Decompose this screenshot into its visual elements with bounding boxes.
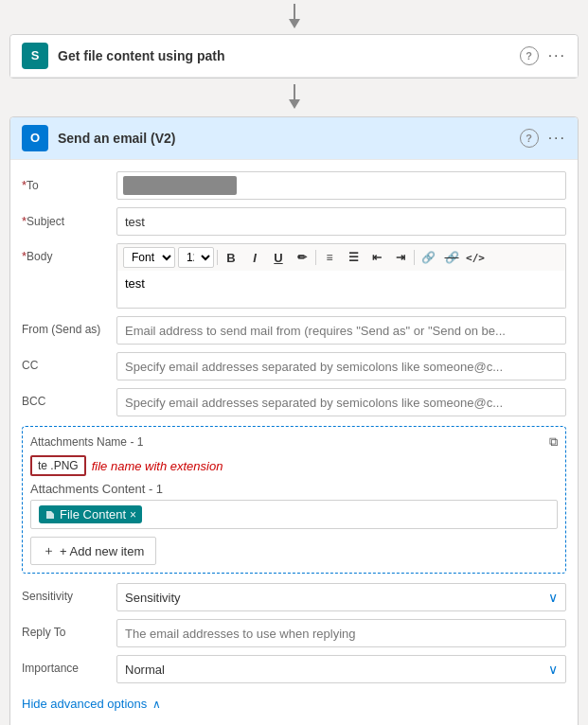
- attach-name-tag: te .PNG: [30, 455, 86, 476]
- to-tag: [123, 176, 237, 195]
- add-item-label: + Add new item: [60, 544, 144, 558]
- body-content[interactable]: test: [116, 271, 566, 309]
- add-item-icon: ＋: [43, 542, 55, 559]
- body-input-container: Font 12 B I U ✏ ≡ ☰ ⇤ ⇥: [116, 243, 566, 309]
- subject-input[interactable]: [116, 207, 566, 236]
- font-color-button[interactable]: ✏: [292, 247, 312, 268]
- from-label: From (Send as): [22, 316, 116, 336]
- sensitivity-value: Sensitivity: [125, 591, 181, 605]
- sensitivity-input-container: Sensitivity ∨: [116, 583, 566, 611]
- step2-header: O Send an email (V2) ? ···: [10, 117, 578, 160]
- svg-text:O: O: [30, 131, 40, 145]
- file-content-close[interactable]: ×: [130, 508, 136, 522]
- unordered-list-button[interactable]: ≡: [319, 247, 340, 268]
- step1-icon: S: [22, 43, 48, 69]
- bcc-input-container: [116, 388, 566, 416]
- email-form: *To *Subject *Body: [10, 160, 578, 725]
- step1-title: Get file content using path: [58, 48, 520, 63]
- to-field[interactable]: [116, 171, 566, 200]
- toolbar-divider1: [217, 250, 218, 265]
- middle-arrow: [0, 79, 588, 116]
- from-input[interactable]: [116, 316, 566, 345]
- step1-header: S Get file content using path ? ···: [10, 35, 578, 78]
- attach-content-header: Attachments Content - 1: [30, 482, 558, 496]
- sensitivity-dropdown[interactable]: Sensitivity ∨: [116, 583, 566, 611]
- step2-card: O Send an email (V2) ? ··· *To: [9, 116, 579, 725]
- link-button[interactable]: 🔗: [418, 247, 438, 268]
- step2-more-button[interactable]: ···: [548, 130, 566, 147]
- importance-value: Normal: [125, 663, 165, 677]
- file-content-badge: File Content ×: [39, 505, 142, 523]
- to-required-star: *: [22, 178, 27, 192]
- to-row: *To: [10, 168, 578, 203]
- reply-to-input[interactable]: [116, 619, 566, 647]
- from-row: From (Send as): [10, 312, 578, 348]
- toolbar-divider3: [414, 250, 415, 265]
- outdent-button[interactable]: ⇤: [366, 247, 387, 268]
- toolbar-divider2: [315, 250, 316, 265]
- reply-to-label: Reply To: [22, 619, 116, 639]
- attach-content-box: File Content ×: [30, 500, 558, 529]
- ordered-list-button[interactable]: ☰: [343, 247, 364, 268]
- sensitivity-label: Sensitivity: [22, 583, 116, 603]
- size-select[interactable]: 12: [178, 247, 214, 268]
- attach-name-row: te .PNG file name with extension: [30, 455, 558, 476]
- subject-required-star: *: [22, 214, 27, 228]
- copy-icon[interactable]: ⧉: [549, 434, 558, 450]
- step1-actions: ? ···: [520, 46, 566, 65]
- sensitivity-row: Sensitivity Sensitivity ∨: [10, 579, 578, 615]
- svg-marker-5: [289, 99, 300, 109]
- importance-row: Importance Normal ∨: [10, 651, 578, 687]
- attach-content-sub-label: 1: [156, 482, 163, 496]
- bcc-label: BCC: [22, 388, 116, 408]
- reply-to-input-container: [116, 619, 566, 647]
- step1-help-button[interactable]: ?: [520, 46, 539, 65]
- body-row: *Body Font 12 B I U ✏: [10, 239, 578, 312]
- bold-button[interactable]: B: [221, 247, 241, 268]
- hide-advanced-text: Hide advanced options: [22, 697, 147, 711]
- subject-row: *Subject: [10, 203, 578, 239]
- cc-input-container: [116, 352, 566, 380]
- add-item-button[interactable]: ＋ + Add new item: [30, 537, 156, 565]
- cc-row: CC: [10, 348, 578, 384]
- body-toolbar: Font 12 B I U ✏ ≡ ☰ ⇤ ⇥: [116, 243, 566, 271]
- to-input-container[interactable]: [116, 171, 566, 200]
- importance-dropdown[interactable]: Normal ∨: [116, 655, 566, 683]
- step2-actions: ? ···: [520, 129, 566, 148]
- attachments-section: Attachments Name - 1 ⧉ te .PNG file name…: [22, 426, 566, 574]
- indent-button[interactable]: ⇥: [390, 247, 411, 268]
- file-content-label: File Content: [60, 507, 126, 522]
- subject-input-container: [116, 207, 566, 236]
- step2-help-button[interactable]: ?: [520, 129, 539, 148]
- hide-advanced-row[interactable]: Hide advanced options ∧: [10, 687, 578, 720]
- sensitivity-chevron-icon: ∨: [548, 590, 558, 605]
- bcc-row: BCC: [10, 384, 578, 420]
- file-content-icon: [45, 509, 56, 521]
- top-arrow: [0, 0, 588, 34]
- cc-input[interactable]: [116, 352, 566, 380]
- underline-button[interactable]: U: [268, 247, 289, 268]
- svg-text:S: S: [31, 48, 40, 62]
- step1-more-button[interactable]: ···: [548, 47, 566, 64]
- reply-to-row: Reply To: [10, 615, 578, 651]
- attach-name-placeholder: file name with extension: [92, 459, 223, 473]
- code-button[interactable]: </>: [465, 247, 486, 268]
- italic-button[interactable]: I: [244, 247, 265, 268]
- attach-name-header: Attachments Name - 1 ⧉: [30, 434, 558, 450]
- flow-container: S Get file content using path ? ··· O: [0, 0, 588, 725]
- from-input-container: [116, 316, 566, 345]
- body-label: *Body: [22, 243, 116, 263]
- font-select[interactable]: Font: [123, 247, 175, 268]
- step2-title: Send an email (V2): [58, 131, 520, 146]
- body-required-star: *: [22, 249, 27, 263]
- step2-icon: O: [22, 125, 48, 151]
- importance-label: Importance: [22, 655, 116, 675]
- importance-chevron-icon: ∨: [548, 662, 558, 677]
- hide-advanced-chevron-icon: ∧: [152, 698, 161, 711]
- unlink-button[interactable]: 🔗: [441, 247, 462, 268]
- body-text: test: [125, 276, 145, 291]
- cc-label: CC: [22, 352, 116, 372]
- step1-card: S Get file content using path ? ···: [9, 34, 579, 79]
- subject-label: *Subject: [22, 207, 116, 228]
- bcc-input[interactable]: [116, 388, 566, 416]
